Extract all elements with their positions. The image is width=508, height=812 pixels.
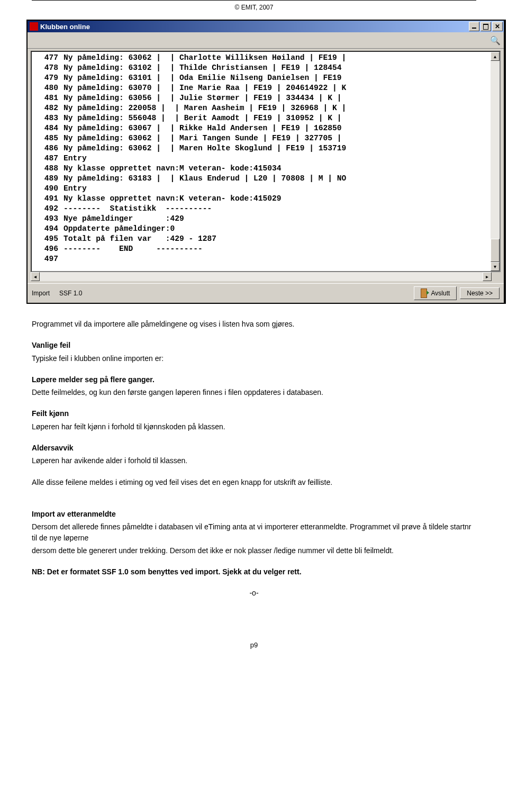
log-line: 487Entry — [33, 154, 498, 164]
line-text: Ny påmelding: 63070 | | Ine Marie Raa | … — [64, 83, 346, 93]
horizontal-scrollbar[interactable]: ◂ ▸ — [31, 272, 501, 281]
scroll-up-button[interactable]: ▴ — [491, 52, 500, 61]
log-line: 489Ny påmelding: 63183 | | Klaus Enderud… — [33, 174, 498, 184]
heading-nb: NB: Det er formatet SSF 1.0 som benyttes… — [32, 566, 476, 577]
line-text: Ny klasse opprettet navn:K veteran- kode… — [64, 194, 282, 204]
line-text: Totalt på filen var :429 - 1287 — [64, 234, 216, 244]
log-line: 497 — [33, 254, 498, 264]
line-number: 487 — [33, 154, 64, 164]
heading-vanlige-feil: Vanlige feil — [32, 340, 476, 350]
log-line: 492-------- Statistikk ---------- — [33, 204, 498, 214]
line-text: Ny påmelding: 63101 | | Oda Emilie Nilse… — [64, 73, 341, 83]
page-header: © EMIT, 2007 — [32, 0, 476, 20]
line-number: 493 — [33, 214, 64, 224]
neste-button[interactable]: Neste >> — [460, 287, 500, 299]
line-text: Ny påmelding: 220058 | | Maren Aasheim |… — [64, 103, 346, 113]
line-text: Ny påmelding: 63067 | | Rikke Hald Ander… — [64, 123, 341, 133]
binoculars-icon[interactable]: 🔍 — [490, 35, 501, 46]
line-number: 480 — [33, 83, 64, 93]
heading-aldersavvik: Aldersavvik — [32, 443, 476, 453]
scroll-down-button[interactable]: ▾ — [491, 262, 500, 271]
log-line: 491Ny klasse opprettet navn:K veteran- k… — [33, 194, 498, 204]
log-line: 482Ny påmelding: 220058 | | Maren Aashei… — [33, 103, 498, 113]
line-text: Ny påmelding: 63183 | | Klaus Enderud | … — [64, 174, 346, 184]
log-line: 490Entry — [33, 184, 498, 194]
log-line: 494Oppdaterte påmeldinger:0 — [33, 224, 498, 234]
line-text: Ny påmelding: 63102 | | Thilde Christian… — [64, 63, 341, 73]
paragraph: Dette feilmeldes, og kun den første gang… — [32, 387, 476, 398]
log-line: 484Ny påmelding: 63067 | | Rikke Hald An… — [33, 123, 498, 133]
end-marker: -o- — [32, 588, 476, 598]
log-pane: 477Ny påmelding: 63062 | | Charlotte Wil… — [31, 51, 501, 272]
log-line: 495Totalt på filen var :429 - 1287 — [33, 234, 498, 244]
paragraph: Løperen har avikende alder i forhold til… — [32, 455, 476, 466]
paragraph: Løperen har feilt kjønn i forhold til kj… — [32, 421, 476, 432]
page-footer: p9 — [32, 641, 476, 649]
line-number: 477 — [33, 53, 64, 63]
line-number: 485 — [33, 133, 64, 143]
line-number: 489 — [33, 174, 64, 184]
statusbar: Import SSF 1.0 Avslutt Neste >> — [28, 283, 504, 303]
heading-import-etteranmeldte: Import av etteranmeldte — [32, 509, 476, 519]
heading-lopere: Løpere melder seg på flere ganger. — [32, 374, 476, 385]
scroll-thumb[interactable] — [491, 239, 500, 262]
line-text: Ny påmelding: 63062 | | Maren Holte Skog… — [64, 143, 346, 154]
scroll-track[interactable] — [491, 61, 500, 262]
log-line: 477Ny påmelding: 63062 | | Charlotte Wil… — [33, 53, 498, 63]
log-line: 479Ny påmelding: 63101 | | Oda Emilie Ni… — [33, 73, 498, 83]
avslutt-button[interactable]: Avslutt — [414, 286, 457, 300]
line-number: 491 — [33, 194, 64, 204]
log-line: 481Ny påmelding: 63056 | | Julie Størmer… — [33, 93, 498, 103]
minimize-button[interactable] — [469, 22, 479, 31]
line-number: 497 — [33, 254, 64, 264]
close-button[interactable]: ✕ — [492, 22, 503, 31]
line-number: 492 — [33, 204, 64, 214]
line-text: Oppdaterte påmeldinger:0 — [64, 224, 175, 234]
avslutt-label: Avslutt — [431, 290, 450, 297]
line-number: 484 — [33, 123, 64, 133]
line-text: Nye påmeldinger :429 — [64, 214, 184, 224]
paragraph: dersom dette ble generert under trekking… — [32, 545, 476, 556]
status-ssf-label: SSF 1.0 — [59, 290, 82, 297]
line-text: Entry — [64, 154, 87, 164]
log-line: 486Ny påmelding: 63062 | | Maren Holte S… — [33, 143, 498, 154]
scroll-left-button[interactable]: ◂ — [31, 272, 40, 281]
paragraph: Typiske feil i klubben online importen e… — [32, 353, 476, 364]
line-number: 490 — [33, 184, 64, 194]
scroll-right-button[interactable]: ▸ — [483, 272, 492, 281]
toolbar: 🔍 — [28, 32, 504, 49]
line-number: 494 — [33, 224, 64, 234]
log-line: 478Ny påmelding: 63102 | | Thilde Christ… — [33, 63, 498, 73]
maximize-button[interactable] — [480, 22, 491, 31]
titlebar: Klubben online ✕ — [28, 21, 504, 32]
scroll-track-h[interactable] — [40, 272, 483, 281]
log-line: 493Nye påmeldinger :429 — [33, 214, 498, 224]
line-text: Ny klasse opprettet navn:M veteran- kode… — [64, 164, 282, 174]
vertical-scrollbar[interactable]: ▴ ▾ — [491, 52, 500, 271]
log-line: 480Ny påmelding: 63070 | | Ine Marie Raa… — [33, 83, 498, 93]
line-number: 483 — [33, 113, 64, 123]
line-number: 496 — [33, 244, 64, 254]
neste-label: Neste >> — [467, 290, 493, 297]
line-text: Ny påmelding: 556048 | | Berit Aamodt | … — [64, 113, 341, 123]
line-number: 495 — [33, 234, 64, 244]
log-line: 488Ny klasse opprettet navn:M veteran- k… — [33, 164, 498, 174]
line-text: Entry — [64, 184, 87, 194]
log-line: 496-------- END ---------- — [33, 244, 498, 254]
paragraph: Programmet vil da importere alle påmeldi… — [32, 319, 476, 329]
line-number: 486 — [33, 143, 64, 154]
app-window: Klubben online ✕ 🔍 477Ny påmelding: 6306… — [26, 20, 506, 304]
line-text: Ny påmelding: 63062 | | Mari Tangen Sund… — [64, 133, 341, 143]
line-text: Ny påmelding: 63062 | | Charlotte Willik… — [64, 53, 346, 63]
heading-feilt-kjonn: Feilt kjønn — [32, 408, 476, 419]
line-number: 478 — [33, 63, 64, 73]
line-number: 479 — [33, 73, 64, 83]
line-text: -------- END ---------- — [64, 244, 203, 254]
scroll-corner — [492, 272, 501, 281]
paragraph: Alle disse feilene meldes i etiming og v… — [32, 477, 476, 488]
exit-icon — [421, 288, 428, 298]
line-text: -------- Statistikk ---------- — [64, 204, 212, 214]
document-body: Programmet vil da importere alle påmeldi… — [32, 319, 476, 599]
line-number: 488 — [33, 164, 64, 174]
line-text: Ny påmelding: 63056 | | Julie Størmer | … — [64, 93, 341, 103]
